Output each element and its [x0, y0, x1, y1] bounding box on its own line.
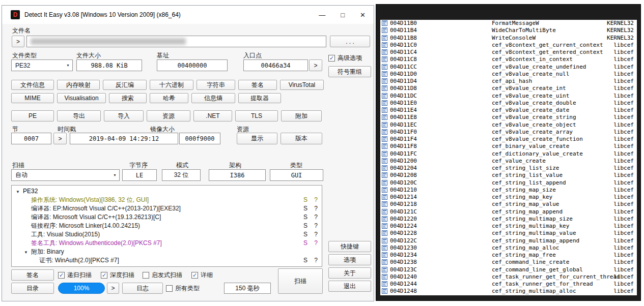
signature-view-link[interactable]: S — [303, 230, 307, 239]
signature-view-link[interactable]: S — [303, 222, 307, 230]
help-link[interactable]: ? — [314, 239, 318, 248]
imports-list[interactable]: 004D11B0 FormatMessageW KERNEL32 004D11B… — [380, 20, 637, 295]
strings-button[interactable]: 字符串 — [197, 80, 235, 90]
app-icon[interactable]: D — [11, 10, 20, 19]
file-info-button[interactable]: 文件信息 — [11, 80, 54, 90]
memory-map-button[interactable]: 内存映射 — [57, 80, 100, 90]
extractor-button[interactable]: 提取器 — [238, 93, 281, 103]
visualisation-button[interactable]: Visualisation — [57, 93, 106, 103]
detection-row[interactable]: 链接程序: Microsoft Linker(14.00.24215) S ? — [12, 222, 322, 230]
about-button[interactable]: 关于 — [328, 267, 371, 279]
dotnet-button[interactable]: .NET — [193, 110, 232, 121]
signature-view-link[interactable]: S — [303, 239, 307, 248]
checkbox-heuristic-scan[interactable]: 启发式扫描 — [143, 271, 182, 279]
signature-view-link[interactable]: S — [303, 204, 307, 213]
open-arrow-button[interactable]: > — [12, 36, 24, 47]
help-link[interactable]: ? — [314, 230, 318, 239]
checkbox-verbose[interactable]: ✓ 详细 — [191, 271, 213, 279]
checkbox-advanced-options[interactable]: ✓ 高级选项 — [328, 54, 362, 62]
export-button[interactable]: 导出 — [57, 110, 101, 121]
import-row[interactable]: 004D11EC cef_v8value_create_object libce… — [380, 121, 637, 129]
detection-row[interactable]: 编译器: EP:Microsoft Visual C/C++(2013-2017… — [12, 204, 322, 213]
show-resources-button[interactable]: 显示 — [237, 133, 277, 144]
log-button[interactable]: 日志 — [122, 283, 163, 294]
timestamp-field[interactable]: 2019-04-09 14:29:12 — [70, 133, 178, 144]
import-row[interactable]: 004D11FC cef_dictionary_value_create lib… — [380, 150, 637, 158]
sections-viewer-button[interactable]: > — [53, 133, 67, 144]
detection-row[interactable]: 签名工具: Windows Authenticode(2.0)[PKCS #7]… — [12, 239, 322, 248]
maximize-button[interactable]: □ — [341, 11, 345, 19]
resources-button[interactable]: 资源 — [147, 110, 190, 121]
file-type-combobox[interactable]: PE32 ▾ — [11, 59, 73, 71]
import-row[interactable]: 004D11D0 cef_v8value_create_null libcef — [380, 71, 637, 78]
import-row[interactable]: 004D11F4 cef_v8value_create_function lib… — [380, 136, 637, 143]
titlebar[interactable]: D Detect It Easy v3.08 [Windows 10 Versi… — [2, 6, 374, 24]
import-row[interactable]: 004D1224 cef_string_multimap_key libcef — [380, 223, 637, 230]
help-link[interactable]: ? — [314, 213, 318, 222]
import-row[interactable]: 004D11C0 cef_v8context_get_current_conte… — [380, 42, 637, 49]
import-row[interactable]: 004D11F8 cef_binary_value_create libcef — [380, 143, 637, 150]
type-field[interactable]: GUI — [270, 169, 323, 181]
directory-button[interactable]: 目录 — [11, 283, 54, 294]
import-row[interactable]: 004D123C cef_command_line_get_global lib… — [380, 266, 637, 273]
demangle-button[interactable]: 符号重组 — [328, 66, 371, 77]
scan-duration-field[interactable]: 150 毫秒 — [224, 283, 271, 294]
entropy-button[interactable]: 信息熵 — [191, 93, 235, 103]
import-row[interactable]: 004D122C cef_string_multimap_append libc… — [380, 237, 637, 244]
import-row[interactable]: 004D1218 cef_string_map_value libcef — [380, 201, 637, 208]
signature-view-link[interactable]: S — [303, 256, 307, 265]
exit-button[interactable]: 退出 — [328, 281, 371, 292]
import-row[interactable]: 004D1238 cef_command_line_create libcef — [380, 259, 637, 266]
pe-button[interactable]: PE — [11, 110, 54, 121]
import-row[interactable]: 004D11E0 cef_v8value_create_double libce… — [380, 100, 637, 107]
base-address-field[interactable]: 00400000 — [157, 59, 228, 71]
architecture-field[interactable]: I386 — [209, 169, 266, 181]
version-button[interactable]: 版本 — [281, 133, 322, 144]
file-size-field[interactable]: 988.08 KiB — [76, 59, 142, 71]
import-row[interactable]: 004D11B0 FormatMessageW KERNEL32 — [380, 20, 637, 27]
import-row[interactable]: 004D1204 cef_string_list_size libcef — [380, 165, 637, 172]
import-row[interactable]: 004D11B8 WriteConsoleW KERNEL32 — [380, 35, 637, 42]
disasm-button[interactable]: 反汇编 — [103, 80, 147, 90]
import-row[interactable]: 004D11B4 WideCharToMultiByte KERNEL32 — [380, 27, 637, 34]
import-row[interactable]: 004D1210 cef_string_map_size libcef — [380, 187, 637, 194]
endianness-field[interactable]: LE — [122, 169, 157, 181]
file-path-input[interactable] — [26, 36, 326, 47]
shortcuts-button[interactable]: 快捷键 — [328, 241, 371, 252]
help-link[interactable]: ? — [314, 222, 318, 230]
help-link[interactable]: ? — [314, 204, 318, 213]
image-size-field[interactable]: 000f9000 — [179, 133, 220, 144]
detection-row[interactable]: 工具: Visual Studio(2015) S ? — [12, 230, 322, 239]
detection-row[interactable]: ▼附加: Binary — [12, 248, 322, 256]
import-row[interactable]: 004D120C cef_string_list_append libcef — [380, 179, 637, 187]
checkbox-deep-scan[interactable]: ✓ 深度扫描 — [101, 271, 134, 279]
import-button[interactable]: 导入 — [104, 110, 144, 121]
mime-button[interactable]: MIME — [11, 93, 54, 103]
help-link[interactable]: ? — [314, 256, 318, 265]
signatures-footer-button[interactable]: 签名 — [11, 269, 54, 281]
import-row[interactable]: 004D1220 cef_string_multimap_size libcef — [380, 216, 637, 223]
mode-field[interactable]: 32 位 — [162, 169, 201, 181]
detection-row[interactable]: ▼PE32 — [12, 187, 322, 196]
import-row[interactable]: 004D11D4 cef_api_hash libcef — [380, 78, 637, 85]
scan-button[interactable]: 扫描 — [278, 268, 323, 294]
options-button[interactable]: 选项 — [328, 254, 371, 265]
signature-view-link[interactable]: S — [303, 213, 307, 222]
import-row[interactable]: 004D1234 cef_string_map_free libcef — [380, 252, 637, 259]
goto-entry-button[interactable]: > — [309, 59, 322, 71]
import-row[interactable]: 004D11F0 cef_v8value_create_array libcef — [380, 129, 637, 136]
import-row[interactable]: 004D1214 cef_string_map_key libcef — [380, 194, 637, 201]
import-row[interactable]: 004D1200 cef_value_create libcef — [380, 158, 637, 165]
import-row[interactable]: 004D121C cef_string_map_append libcef — [380, 208, 637, 216]
overlay-button[interactable]: 附加 — [281, 110, 322, 121]
scan-engine-combobox[interactable]: 自动 ▾ — [11, 169, 120, 181]
import-row[interactable]: 004D11DC cef_v8value_create_uint libcef — [380, 93, 637, 100]
import-row[interactable]: 004D11C8 cef_v8context_in_context libcef — [380, 56, 637, 63]
import-row[interactable]: 004D1240 cef_task_runner_get_for_current… — [380, 273, 637, 281]
import-row[interactable]: 004D11CC cef_v8value_create_undefined li… — [380, 64, 637, 71]
hash-button[interactable]: 哈希 — [150, 93, 188, 103]
close-button[interactable]: ✕ — [360, 11, 366, 19]
expander-icon[interactable]: ▼ — [16, 188, 23, 196]
sections-count-field[interactable]: 0007 — [11, 133, 51, 144]
detection-results-tree[interactable]: ▼PE32 操作系统: Windows(Vista)[I386, 32 位, G… — [11, 185, 322, 267]
